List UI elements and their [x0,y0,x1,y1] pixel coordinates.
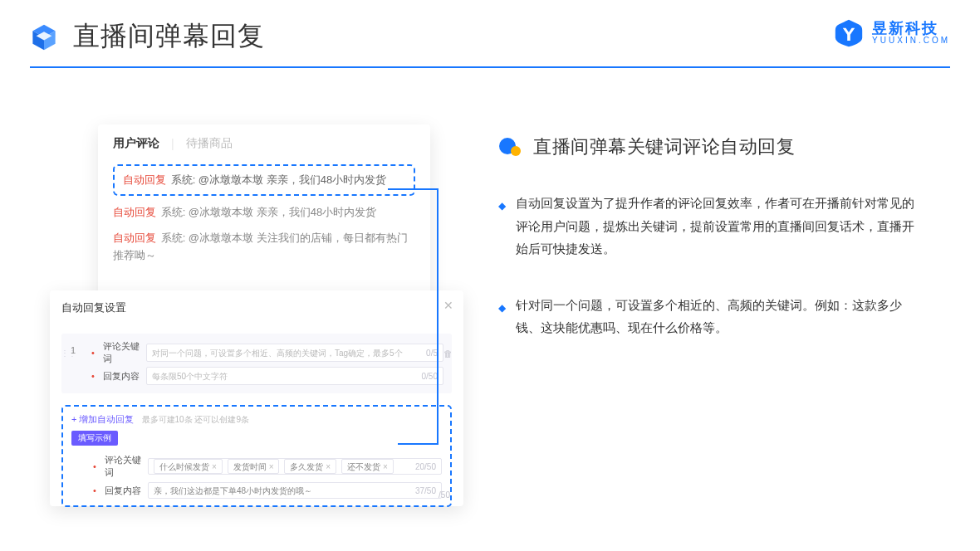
required-dot: • [91,371,98,381]
brand-logo: 昱新科技 YUUXIN.COM [834,18,950,48]
keyword-tag[interactable]: 还不发货× [341,459,394,474]
keyword-tag[interactable]: 多久发货× [284,459,336,474]
example-badge: 填写示例 [71,431,118,446]
required-dot: • [91,348,98,358]
keyword-tag[interactable]: 什么时候发货× [154,459,223,474]
comment-text: 系统: @冰墩墩本墩 亲亲，我们48小时内发货 [161,206,377,218]
page-title: 直播间弹幕回复 [73,18,265,55]
add-auto-reply-link[interactable]: + 增加自动回复 [71,414,134,424]
keyword-input[interactable]: 对同一个问题，可设置多个相近、高频的关键词，Tag确定，最多5个 0/5 [146,344,443,362]
tab-user-comments[interactable]: 用户评论 [113,136,159,151]
svg-point-5 [511,146,521,156]
example-block: + 增加自动回复 最多可建10条 还可以创建9条 填写示例 • 评论关键词 什么… [61,405,452,507]
content-counter: 0/50 [422,368,438,386]
bullet-text: 自动回复设置为了提升作者的评论回复效率，作者可在开播前针对常见的评论用户问题，提… [516,193,914,261]
keyword-tag[interactable]: 发货时间× [228,459,280,474]
auto-reply-tag: 自动回复 [113,206,156,218]
required-dot: • [93,461,100,471]
add-note: 最多可建10条 还可以创建9条 [142,415,249,424]
comment-item: 自动回复 系统: @冰墩墩本墩 关注我们的店铺，每日都有热门推荐呦～ [113,230,415,265]
header-divider [30,66,950,68]
section-title: 直播间弹幕关键词评论自动回复 [533,134,795,159]
settings-title: 自动回复设置 [61,300,452,315]
rule-index: 1 [71,345,76,355]
bullet-text: 针对同一个问题，可设置多个相近的、高频的关键词。例如：这款多少钱、这块能优惠吗、… [516,295,914,340]
diamond-icon: ◆ [498,299,506,340]
content-placeholder: 每条限50个中文字符 [152,372,228,381]
keyword-label: 评论关键词 [103,340,146,365]
example-keyword-label: 评论关键词 [105,454,148,479]
rule-group: ⋮⋮ 1 • 评论关键词 对同一个问题，可设置多个相近、高频的关键词，Tag确定… [61,334,452,393]
brand-name-cn: 昱新科技 [872,21,950,37]
content-input[interactable]: 每条限50个中文字符 0/50 [146,367,443,385]
bullet-item: ◆ 自动回复设置为了提升作者的评论回复效率，作者可在开播前针对常见的评论用户问题… [498,193,947,261]
tab-pending-goods[interactable]: 待播商品 [186,136,233,151]
comment-item: 自动回复 系统: @冰墩墩本墩 亲亲，我们48小时内发货 [113,204,415,222]
tab-divider: | [171,137,174,150]
example-keyword-input[interactable]: 什么时候发货× 发货时间× 多久发货× 还不发货× 20/50 [148,458,442,475]
content-label: 回复内容 [103,370,146,383]
example-content-label: 回复内容 [105,485,148,497]
auto-reply-tag: 自动回复 [123,173,166,186]
example-content-input[interactable]: 亲，我们这边都是下单48小时内发货的哦～ 37/50 [148,482,442,499]
settings-card: 自动回复设置 ✕ ⋮⋮ 1 • 评论关键词 对同一个问题，可设置多个相近、高频的… [50,290,463,506]
highlighted-comment: 自动回复 系统: @冰墩墩本墩 亲亲，我们48小时内发货 [113,164,415,196]
example-kw-counter: 20/50 [415,459,436,475]
auto-reply-tag: 自动回复 [113,232,156,244]
example-content-value: 亲，我们这边都是下单48小时内发货的哦～ [154,486,312,495]
bubble-icon [498,137,522,157]
brand-name-en: YUUXIN.COM [872,37,950,46]
bottom-counter: /50 [439,490,450,500]
cube-icon [30,23,58,51]
trash-icon[interactable]: 🗑 [443,349,453,358]
comment-text: 系统: @冰墩墩本墩 关注我们的店铺，每日都有热门推荐呦～ [113,232,408,261]
example-content-counter: 37/50 [415,483,436,500]
close-icon[interactable]: ✕ [443,299,453,312]
diamond-icon: ◆ [498,197,506,261]
comment-text: 系统: @冰墩墩本墩 亲亲，我们48小时内发货 [171,173,387,186]
keyword-placeholder: 对同一个问题，可设置多个相近、高频的关键词，Tag确定，最多5个 [152,349,403,358]
required-dot: • [93,485,100,495]
bullet-item: ◆ 针对同一个问题，可设置多个相近的、高频的关键词。例如：这款多少钱、这块能优惠… [498,295,947,340]
keyword-counter: 0/5 [426,344,438,363]
